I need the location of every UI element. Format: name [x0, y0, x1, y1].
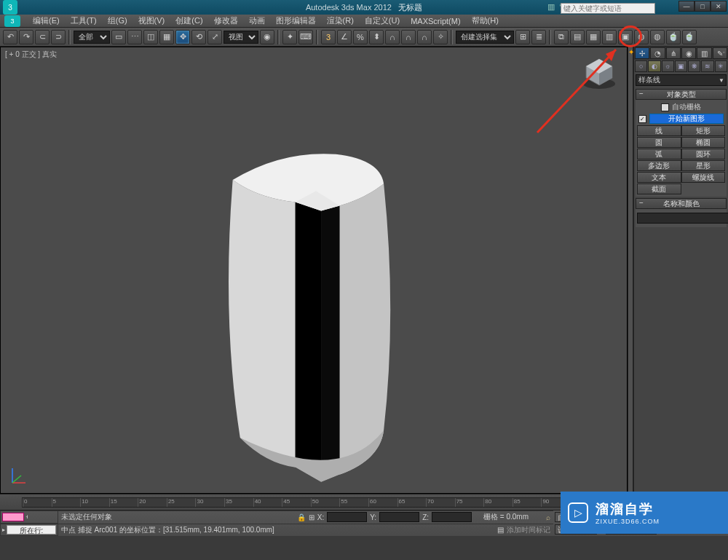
btn-section[interactable]: 截面 [637, 184, 681, 194]
viewport[interactable]: [ + 0 正交 ] 真实 [0, 47, 628, 494]
menu-view[interactable]: 视图(V) [134, 15, 170, 27]
tab-modify-icon[interactable]: ◔ [650, 47, 665, 59]
object-name-input[interactable] [637, 213, 728, 224]
select-move-icon[interactable]: ✥ [175, 30, 190, 44]
rollout-object-type[interactable]: 对象类型 [636, 89, 727, 100]
snap3-icon[interactable]: ∩ [417, 30, 432, 44]
search-input[interactable] [561, 3, 655, 14]
close-button[interactable]: ✕ [711, 1, 727, 12]
x-coord[interactable] [327, 512, 367, 522]
mirror-icon[interactable]: ✧ [433, 30, 448, 44]
coord-icon[interactable]: ⊞ [309, 513, 314, 521]
tab-motion-icon[interactable]: ◉ [681, 47, 696, 59]
menu-create[interactable]: 创建(C) [171, 15, 207, 27]
snap2-icon[interactable]: ∩ [401, 30, 416, 44]
menu-anim[interactable]: 动画 [245, 15, 269, 27]
btn-line[interactable]: 线 [637, 125, 681, 136]
edit-named-icon[interactable]: ∩ [385, 30, 400, 44]
btn-donut[interactable]: 圆环 [681, 149, 726, 159]
subtab-helpers-icon[interactable]: ❋ [688, 60, 700, 72]
tab-hierarchy-icon[interactable]: ⋔ [666, 47, 681, 59]
align-icon[interactable]: ⊞ [515, 30, 530, 44]
curve-editor-icon[interactable]: ⧉ [554, 30, 569, 44]
track-color-swatch[interactable] [2, 513, 24, 521]
tab-create-icon[interactable]: ✢ [635, 47, 649, 59]
btn-circle[interactable]: 圆 [637, 137, 681, 148]
icon-1[interactable]: ▥ [547, 2, 558, 12]
start-new-shape-button[interactable]: 开始新图形 [649, 114, 724, 124]
layer-icon[interactable]: ≣ [531, 30, 546, 44]
menu-grapheditor[interactable]: 图形编辑器 [272, 15, 320, 27]
percent-snap-icon[interactable]: % [353, 30, 368, 44]
lock-icon[interactable]: 🔒 [297, 513, 306, 521]
add-time-tag[interactable]: 添加时间标记 [507, 525, 550, 535]
unlink-icon[interactable]: ⊃ [51, 30, 66, 44]
undo-icon[interactable]: ↶ [3, 30, 17, 44]
link-icon[interactable]: ⊂ [35, 30, 50, 44]
keyboard-icon[interactable]: ⌨ [298, 30, 313, 44]
help-search[interactable] [561, 1, 655, 14]
viewport-divider[interactable]: ✦ [628, 47, 633, 494]
teapot-icon[interactable]: 🍵 [666, 30, 681, 44]
select-scale-icon[interactable]: ⤢ [207, 30, 222, 44]
timeline-track[interactable]: 0510 152025 303540 455055 606570 758085 … [22, 497, 571, 508]
btn-ellipse[interactable]: 椭圆 [681, 137, 726, 148]
btn-helix[interactable]: 螺旋线 [681, 172, 726, 183]
menu-maxscript[interactable]: MAXScript(M) [406, 16, 464, 26]
key-icon[interactable]: ⌕ [546, 513, 550, 521]
render-prod-icon[interactable]: ◍ [650, 30, 665, 44]
render-setup-icon[interactable]: ▥ [602, 30, 617, 44]
btn-text[interactable]: 文本 [637, 172, 681, 183]
named-sel-set[interactable]: 创建选择集 [456, 31, 514, 44]
pivot-icon[interactable]: ◉ [260, 30, 274, 44]
startnew-checkbox[interactable]: ✓ [638, 115, 646, 123]
app-icon[interactable]: 3 [3, 0, 17, 15]
selection-filter[interactable]: 全部 [74, 31, 110, 44]
select-rect-icon[interactable]: ◫ [143, 30, 158, 44]
category-dropdown[interactable]: 样条线 [636, 74, 727, 86]
subtab-systems-icon[interactable]: ✳ [715, 60, 727, 72]
select-name-icon[interactable]: ⋯ [127, 30, 142, 44]
subtab-geom-icon[interactable]: ○ [635, 60, 647, 72]
menu-help[interactable]: 帮助(H) [467, 15, 503, 27]
autogrid-checkbox[interactable] [661, 103, 669, 111]
select-icon[interactable]: ▭ [111, 30, 126, 44]
viewcube-icon[interactable] [580, 55, 618, 92]
subtab-space-icon[interactable]: ≋ [701, 60, 713, 72]
menu-group[interactable]: 组(G) [103, 15, 132, 27]
btn-rectangle[interactable]: 矩形 [681, 125, 726, 136]
script-icon[interactable]: ▤ [497, 526, 504, 534]
menu-render[interactable]: 渲染(R) [323, 15, 358, 27]
menu-tools[interactable]: 工具(T) [66, 15, 101, 27]
render-frame-icon[interactable]: ▣ [618, 30, 633, 44]
app-menu-icon[interactable]: 3 [4, 15, 20, 27]
goto-line-button[interactable]: 所在行: [7, 525, 56, 535]
ref-coord[interactable]: 视图 [223, 31, 258, 44]
snap-icon[interactable]: 3 [321, 30, 336, 44]
material-editor-icon[interactable]: ▦ [586, 30, 601, 44]
angle-snap-icon[interactable]: ∠ [337, 30, 352, 44]
subtab-lights-icon[interactable]: ☼ [662, 60, 674, 72]
render-icon[interactable]: ◍ [634, 30, 649, 44]
maximize-button[interactable]: □ [695, 1, 711, 12]
z-coord[interactable] [432, 512, 472, 522]
teapot2-icon[interactable]: 🍵 [682, 30, 697, 44]
subtab-cameras-icon[interactable]: ▣ [675, 60, 687, 72]
manip-icon[interactable]: ✦ [282, 30, 297, 44]
btn-ngon[interactable]: 多边形 [637, 160, 681, 171]
menu-modifiers[interactable]: 修改器 [210, 15, 242, 27]
subtab-shapes-icon[interactable]: ◐ [648, 60, 660, 72]
spinner-snap-icon[interactable]: ⬍ [369, 30, 384, 44]
redo-icon[interactable]: ↷ [19, 30, 33, 44]
y-coord[interactable] [379, 512, 419, 522]
btn-star[interactable]: 星形 [681, 160, 726, 171]
schematic-icon[interactable]: ▤ [570, 30, 585, 44]
menu-edit[interactable]: 编辑(E) [28, 15, 64, 27]
rollout-name-color[interactable]: 名称和颜色 [636, 198, 727, 209]
btn-arc[interactable]: 弧 [637, 149, 681, 159]
window-crossing-icon[interactable]: ▦ [159, 30, 174, 44]
tab-display-icon[interactable]: ▥ [697, 47, 711, 59]
menu-customize[interactable]: 自定义(U) [360, 15, 404, 27]
select-rotate-icon[interactable]: ⟲ [191, 30, 206, 44]
minimize-button[interactable]: — [678, 1, 695, 12]
